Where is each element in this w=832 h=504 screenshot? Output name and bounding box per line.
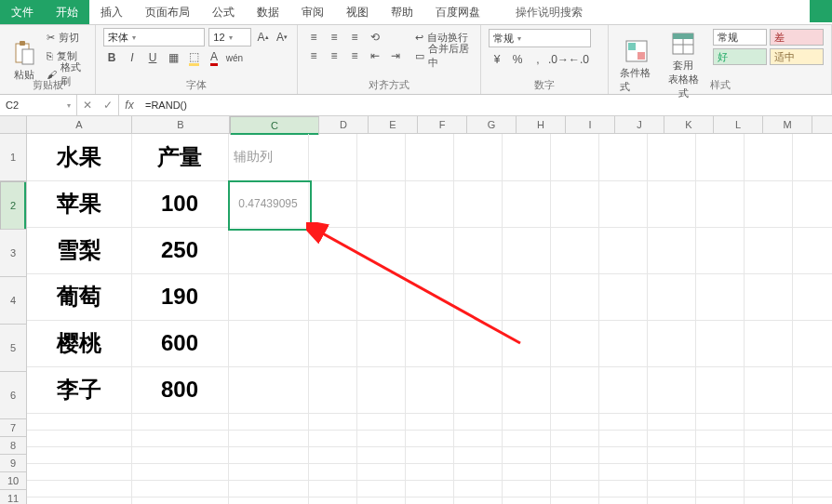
col-header-M[interactable]: M: [763, 116, 812, 133]
cell-B5[interactable]: 600: [131, 320, 228, 366]
tell-me-search[interactable]: 操作说明搜索: [491, 0, 592, 24]
tell-me-label: 操作说明搜索: [516, 5, 583, 20]
group-styles: 条件格式 套用 表格格式 常规 差 好 适中 样式: [609, 25, 832, 94]
menu-tab-help[interactable]: 帮助: [380, 0, 424, 24]
indent-dec-button[interactable]: ⇤: [367, 47, 383, 64]
border-button[interactable]: ▦: [165, 49, 181, 66]
cell-A1[interactable]: 水果: [27, 134, 131, 180]
group-font: 宋体▾ 12▾ A▴ A▾ B I U ▦ ⬚ A wén 字体: [96, 25, 298, 94]
col-header-K[interactable]: K: [664, 116, 714, 133]
cell-A2[interactable]: 苹果: [27, 180, 131, 227]
col-header-D[interactable]: D: [319, 116, 369, 133]
fill-color-button[interactable]: ⬚: [185, 49, 202, 66]
cell-B4[interactable]: 190: [131, 273, 228, 320]
cell-style-normal[interactable]: 常规: [713, 29, 767, 46]
select-all-corner[interactable]: [0, 116, 27, 133]
phonetic-button[interactable]: wén: [226, 49, 243, 66]
row-header-6[interactable]: 6: [0, 372, 26, 419]
comma-button[interactable]: ,: [530, 51, 546, 68]
row-header-3[interactable]: 3: [0, 230, 26, 277]
font-color-button[interactable]: A: [206, 49, 222, 66]
align-left-button[interactable]: ≡: [305, 47, 322, 64]
dec-decimal-button[interactable]: ←.0: [570, 51, 587, 68]
bold-button[interactable]: B: [103, 49, 120, 66]
row-header-8[interactable]: 8: [0, 437, 26, 455]
orientation-button[interactable]: ⟲: [367, 29, 383, 46]
border-icon: ▦: [168, 51, 179, 64]
col-header-E[interactable]: E: [369, 116, 418, 133]
row-header-4[interactable]: 4: [0, 277, 26, 325]
row-header-1[interactable]: 1: [0, 134, 26, 181]
col-header-L[interactable]: L: [714, 116, 763, 133]
cell-B1[interactable]: 产量: [131, 134, 228, 180]
row-header-10[interactable]: 10: [0, 472, 26, 490]
accept-formula-button[interactable]: ✓: [98, 99, 118, 112]
menu-tab-review[interactable]: 审阅: [290, 0, 335, 24]
spreadsheet-grid: A B C D E F G H I J K L M 1 2 3 4 5 6 7 …: [0, 116, 832, 504]
chevron-down-icon: ▾: [517, 34, 521, 43]
row-header-11[interactable]: 11: [0, 490, 26, 504]
group-label-styles: 样式: [609, 78, 831, 92]
percent-button[interactable]: %: [509, 51, 526, 68]
cell-B6[interactable]: 800: [131, 366, 228, 413]
underline-button[interactable]: U: [144, 49, 161, 66]
currency-button[interactable]: ¥: [489, 51, 505, 68]
cell-B2[interactable]: 100: [131, 180, 228, 227]
lightbulb-icon: [501, 6, 512, 20]
col-header-F[interactable]: F: [418, 116, 467, 133]
align-center-button[interactable]: ≡: [326, 47, 342, 64]
align-right-button[interactable]: ≡: [346, 47, 363, 64]
cell-style-neutral[interactable]: 适中: [770, 48, 824, 65]
fx-icon[interactable]: fx: [119, 95, 140, 115]
align-bottom-button[interactable]: ≡: [346, 29, 363, 46]
col-header-C[interactable]: C: [230, 116, 319, 135]
menu-tab-insert[interactable]: 插入: [89, 0, 134, 24]
svg-rect-5: [637, 52, 645, 60]
menu-bar: 文件 开始 插入 页面布局 公式 数据 审阅 视图 帮助 百度网盘 操作说明搜索: [0, 0, 832, 25]
increase-font-button[interactable]: A▴: [255, 29, 270, 46]
indent-inc-button[interactable]: ⇥: [387, 47, 404, 64]
font-size-select[interactable]: 12▾: [208, 28, 251, 46]
decrease-font-button[interactable]: A▾: [275, 29, 289, 46]
menu-tab-baidu[interactable]: 百度网盘: [424, 0, 491, 24]
row-header-5[interactable]: 5: [0, 325, 26, 372]
cell-area[interactable]: 水果 产量 辅助列 苹果 100 0.47439095 雪梨 250 葡萄 19…: [27, 134, 832, 504]
merge-center-button[interactable]: ▭合并后居中: [415, 47, 473, 64]
cell-A6[interactable]: 李子: [27, 366, 131, 413]
menu-tab-data[interactable]: 数据: [246, 0, 290, 24]
svg-rect-7: [673, 33, 693, 39]
row-header-7[interactable]: 7: [0, 419, 26, 437]
row-header-2[interactable]: 2: [0, 181, 26, 230]
copy-icon: ⎘: [47, 50, 53, 61]
cancel-formula-button[interactable]: ✕: [77, 99, 98, 112]
col-header-I[interactable]: I: [566, 116, 615, 133]
menu-tab-formula[interactable]: 公式: [201, 0, 246, 24]
col-header-B[interactable]: B: [132, 116, 230, 133]
col-header-H[interactable]: H: [517, 116, 566, 133]
cell-C2[interactable]: 0.47439095: [228, 180, 308, 227]
cell-A3[interactable]: 雪梨: [27, 227, 131, 273]
col-header-G[interactable]: G: [467, 116, 517, 133]
cut-button[interactable]: ✂剪切: [47, 29, 87, 46]
name-box[interactable]: C2 ▾: [0, 95, 77, 115]
cell-A5[interactable]: 樱桃: [27, 320, 131, 366]
cell-style-good[interactable]: 好: [713, 48, 767, 65]
col-header-J[interactable]: J: [615, 116, 664, 133]
align-top-button[interactable]: ≡: [305, 29, 322, 46]
cell-style-bad[interactable]: 差: [770, 29, 824, 46]
row-header-9[interactable]: 9: [0, 455, 26, 472]
col-header-A[interactable]: A: [27, 116, 132, 133]
italic-button[interactable]: I: [124, 49, 141, 66]
align-middle-button[interactable]: ≡: [326, 29, 342, 46]
cell-C1[interactable]: 辅助列: [234, 134, 308, 180]
cell-B3[interactable]: 250: [131, 227, 228, 273]
number-format-select[interactable]: 常规▾: [489, 29, 591, 47]
cell-A4[interactable]: 葡萄: [27, 273, 131, 320]
cond-format-icon: [624, 38, 650, 64]
menu-file[interactable]: 文件: [0, 0, 45, 24]
menu-tab-view[interactable]: 视图: [335, 0, 380, 24]
inc-decimal-button[interactable]: .0→: [550, 51, 567, 68]
menu-tab-home[interactable]: 开始: [45, 0, 89, 24]
font-name-select[interactable]: 宋体▾: [103, 28, 205, 46]
menu-tab-layout[interactable]: 页面布局: [134, 0, 201, 24]
